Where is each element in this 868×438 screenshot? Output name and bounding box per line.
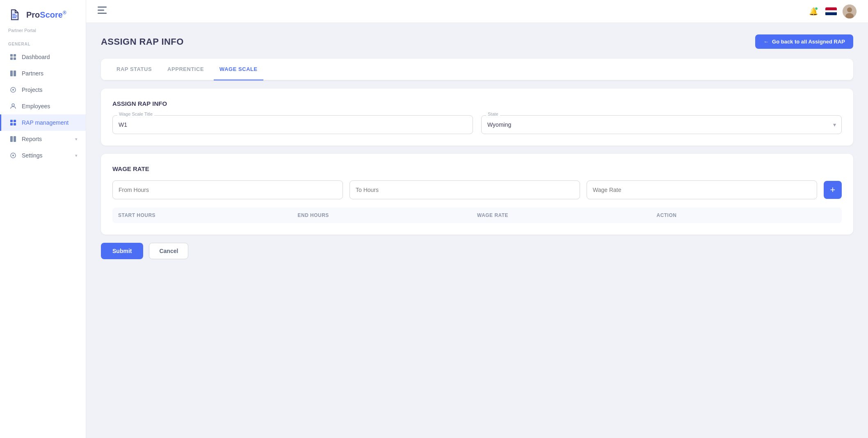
partner-label: Partner Portal xyxy=(0,28,86,38)
to-hours-input[interactable] xyxy=(349,180,580,199)
tab-wage-scale[interactable]: WAGE SCALE xyxy=(214,59,263,80)
assign-rap-form-row: Wage Scale Title State Wyoming Californi… xyxy=(112,115,842,134)
sidebar-item-settings[interactable]: Settings ▾ xyxy=(0,147,86,164)
svg-rect-7 xyxy=(10,71,13,76)
logo-text: ProScore® xyxy=(26,10,66,20)
flag-icon xyxy=(825,7,837,16)
topbar-right: 🔔 xyxy=(807,5,857,18)
page-title: ASSIGN RAP INFO xyxy=(101,36,184,47)
tab-rap-status[interactable]: RAP STATUS xyxy=(111,59,158,80)
svg-point-11 xyxy=(12,104,14,106)
sidebar-item-projects[interactable]: Projects xyxy=(0,82,86,98)
wage-scale-title-field: Wage Scale Title xyxy=(112,115,473,134)
assign-rap-info-title: ASSIGN RAP INFO xyxy=(112,100,842,107)
sidebar-employees-label: Employees xyxy=(22,103,50,110)
grid-icon xyxy=(9,53,17,61)
state-label: State xyxy=(486,112,500,116)
svg-rect-4 xyxy=(14,54,16,57)
svg-point-24 xyxy=(847,7,852,12)
general-section-label: GENERAL xyxy=(0,38,86,49)
notification-bell[interactable]: 🔔 xyxy=(807,5,820,18)
sidebar-rap-label: RAP management xyxy=(22,119,69,126)
col-start-hours: START HOURS xyxy=(118,212,298,218)
add-wage-rate-button[interactable]: + xyxy=(824,181,842,199)
main-wrapper: 🔔 ASSIGN RAP INFO ← Go xyxy=(86,0,868,438)
svg-rect-5 xyxy=(10,57,13,60)
svg-rect-21 xyxy=(98,10,104,11)
menu-icon[interactable] xyxy=(98,7,107,16)
partners-icon xyxy=(9,70,17,77)
avatar[interactable] xyxy=(843,5,857,18)
submit-button[interactable]: Submit xyxy=(101,243,143,259)
topbar: 🔔 xyxy=(86,0,868,23)
sidebar-item-employees[interactable]: Employees xyxy=(0,98,86,114)
svg-rect-20 xyxy=(98,7,107,8)
state-select[interactable]: Wyoming California Texas New York Florid… xyxy=(481,115,842,134)
wage-scale-title-label: Wage Scale Title xyxy=(117,112,154,116)
col-end-hours: END HOURS xyxy=(298,212,477,218)
wage-rate-card: WAGE RATE + START HOURS END HOURS WAGE R… xyxy=(101,154,853,235)
logo-icon xyxy=(8,7,23,22)
svg-rect-17 xyxy=(14,136,16,142)
sidebar: ProScore® Partner Portal GENERAL Dashboa… xyxy=(0,0,86,438)
sidebar-item-reports[interactable]: Reports ▾ xyxy=(0,131,86,147)
assign-rap-info-card: ASSIGN RAP INFO Wage Scale Title State W… xyxy=(101,89,853,146)
tab-apprentice[interactable]: APPRENTICE xyxy=(162,59,210,80)
rap-icon xyxy=(9,119,17,126)
sidebar-settings-label: Settings xyxy=(22,152,43,159)
projects-icon xyxy=(9,86,17,94)
svg-rect-12 xyxy=(10,120,13,122)
svg-rect-6 xyxy=(14,57,16,60)
svg-rect-2 xyxy=(12,17,16,18)
sidebar-item-partners[interactable]: Partners xyxy=(0,65,86,82)
wage-table-header: START HOURS END HOURS WAGE RATE ACTION xyxy=(112,208,842,223)
svg-rect-16 xyxy=(10,136,13,142)
wage-rate-title: WAGE RATE xyxy=(112,165,842,172)
content-area: ASSIGN RAP INFO ← Go back to all Assigne… xyxy=(86,23,868,438)
sidebar-projects-label: Projects xyxy=(22,87,43,93)
reports-chevron-icon: ▾ xyxy=(75,137,78,142)
reports-icon xyxy=(9,135,17,143)
cancel-button[interactable]: Cancel xyxy=(149,243,188,259)
svg-rect-14 xyxy=(10,123,13,125)
wage-rate-input[interactable] xyxy=(587,180,817,199)
action-row: Submit Cancel xyxy=(101,243,853,259)
tabs-card: RAP STATUS APPRENTICE WAGE SCALE xyxy=(101,59,853,80)
notification-dot xyxy=(815,7,818,10)
go-back-arrow-icon: ← xyxy=(763,39,769,45)
page-header: ASSIGN RAP INFO ← Go back to all Assigne… xyxy=(101,34,853,49)
svg-point-19 xyxy=(12,155,14,156)
wage-rate-input-row: + xyxy=(112,180,842,199)
col-action: ACTION xyxy=(657,212,836,218)
sidebar-dashboard-label: Dashboard xyxy=(22,54,50,60)
svg-rect-13 xyxy=(14,120,16,122)
svg-rect-8 xyxy=(14,71,16,76)
from-hours-input[interactable] xyxy=(112,180,343,199)
wage-scale-title-input[interactable] xyxy=(112,115,473,134)
go-back-label: Go back to all Assigned RAP xyxy=(772,39,845,45)
logo: ProScore® xyxy=(0,0,86,28)
svg-rect-3 xyxy=(10,54,13,57)
svg-rect-0 xyxy=(12,14,16,15)
settings-chevron-icon: ▾ xyxy=(75,153,78,158)
col-wage-rate: WAGE RATE xyxy=(477,212,657,218)
sidebar-item-rap-management[interactable]: RAP management xyxy=(0,114,86,131)
svg-rect-22 xyxy=(98,13,107,14)
sidebar-partners-label: Partners xyxy=(22,70,43,77)
svg-rect-1 xyxy=(12,16,17,16)
state-field: State Wyoming California Texas New York … xyxy=(481,115,842,134)
settings-icon xyxy=(9,152,17,159)
tabs-container: RAP STATUS APPRENTICE WAGE SCALE xyxy=(101,59,853,80)
svg-rect-15 xyxy=(14,123,16,125)
go-back-button[interactable]: ← Go back to all Assigned RAP xyxy=(755,34,853,49)
svg-point-10 xyxy=(12,89,14,91)
employees-icon xyxy=(9,103,17,110)
plus-icon: + xyxy=(830,185,836,195)
sidebar-reports-label: Reports xyxy=(22,136,42,142)
sidebar-item-dashboard[interactable]: Dashboard xyxy=(0,49,86,65)
